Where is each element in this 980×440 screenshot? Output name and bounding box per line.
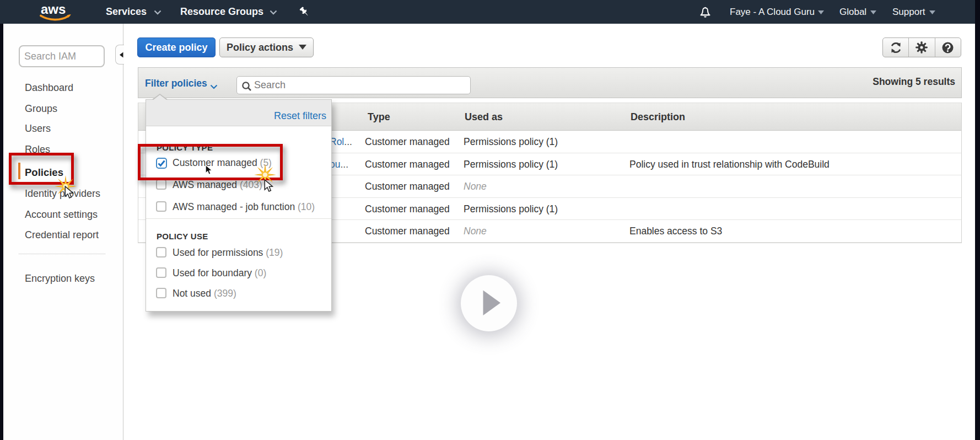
svg-text:aws: aws <box>41 2 66 17</box>
